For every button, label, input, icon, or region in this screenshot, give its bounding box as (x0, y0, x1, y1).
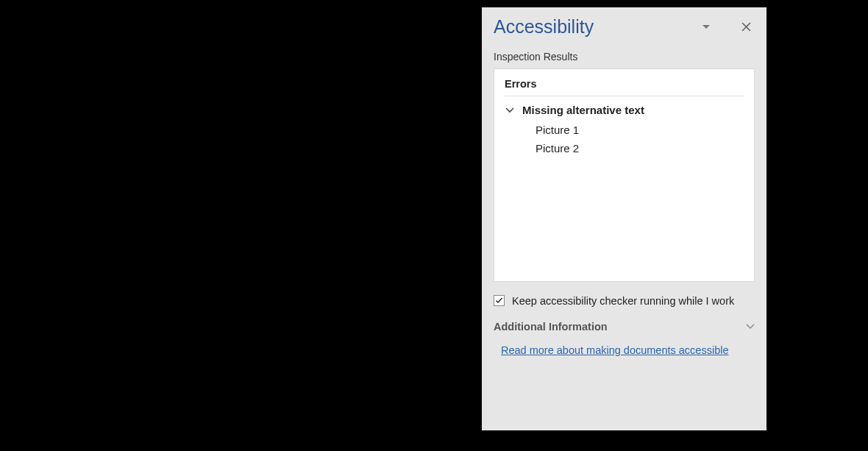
inspection-results-label: Inspection Results (482, 43, 766, 68)
close-icon (741, 22, 751, 32)
keep-running-checkbox-row: Keep accessibility checker running while… (482, 289, 766, 316)
chevron-down-icon (505, 107, 515, 113)
error-group-items: Picture 1 Picture 2 (505, 116, 744, 157)
pane-title: Accessibility (494, 16, 696, 38)
pane-options-dropdown[interactable] (696, 17, 716, 38)
additional-information-toggle[interactable]: Additional Information (482, 316, 766, 337)
checkmark-icon (495, 296, 503, 305)
chevron-down-icon (746, 324, 755, 330)
pane-header: Accessibility (482, 7, 766, 43)
error-item[interactable]: Picture 1 (536, 121, 744, 139)
close-pane-button[interactable] (736, 17, 756, 38)
additional-information-label: Additional Information (494, 321, 746, 333)
results-box: Errors Missing alternative text Picture … (494, 68, 755, 282)
caret-down-icon (702, 25, 710, 29)
accessibility-pane: Accessibility Inspection Results Errors … (482, 7, 766, 430)
read-more-link[interactable]: Read more about making documents accessi… (501, 343, 729, 359)
error-item[interactable]: Picture 2 (536, 139, 744, 157)
error-group-toggle[interactable]: Missing alternative text (505, 104, 744, 116)
keep-running-checkbox[interactable] (494, 295, 505, 306)
error-group-title: Missing alternative text (522, 104, 644, 116)
error-group: Missing alternative text Picture 1 Pictu… (505, 96, 744, 157)
keep-running-label: Keep accessibility checker running while… (512, 294, 734, 309)
link-row: Read more about making documents accessi… (482, 337, 766, 359)
errors-heading: Errors (505, 77, 744, 96)
